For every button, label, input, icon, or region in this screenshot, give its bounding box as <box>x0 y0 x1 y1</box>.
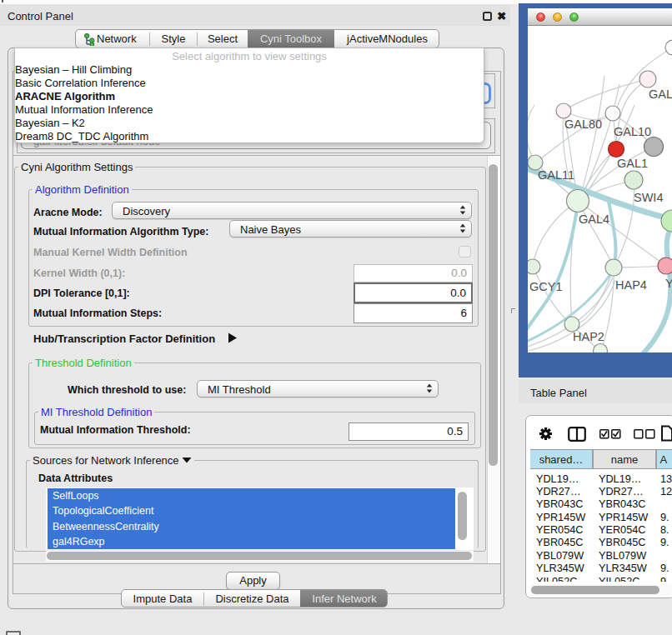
svg-text:GAL2: GAL2 <box>649 88 672 101</box>
svg-text:HAP2: HAP2 <box>573 330 604 343</box>
svg-text:Y: Y <box>665 277 672 290</box>
svg-text:GAL1: GAL1 <box>617 157 648 170</box>
svg-text:GAL11: GAL11 <box>538 168 574 182</box>
svg-text:SWI4: SWI4 <box>634 191 663 204</box>
svg-text:GAL4: GAL4 <box>579 212 609 226</box>
svg-text:GAL10: GAL10 <box>614 125 651 138</box>
svg-text:GCY1: GCY1 <box>529 280 563 293</box>
svg-text:GAL80: GAL80 <box>564 118 602 131</box>
svg-text:HAP4: HAP4 <box>615 278 647 292</box>
